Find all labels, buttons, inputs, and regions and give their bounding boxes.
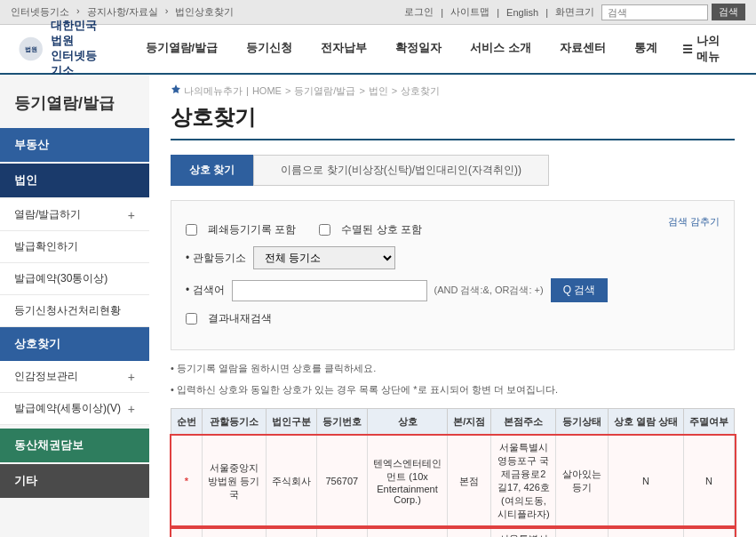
topbar-link1[interactable]: 인터넷등기소 [11,5,69,19]
main-content: 나의메뉴추가 | HOME > 등기열람/발급 > 법인 > 상호찾기 상호찾기… [149,75,756,537]
sidebar-btn-legal[interactable]: 법인 [0,164,149,197]
collapse-button[interactable]: 검색 감추기 [668,215,720,228]
col-관할등기소: 관할등기소 [203,409,267,436]
sidebar-item-인감정보관리[interactable]: 인감정보관리 + [0,361,149,393]
page-title: 상호찾기 [171,103,735,140]
sidebar-btn-real-estate[interactable]: 부동산 [0,128,149,162]
top-bar-right: 로그인 | 사이트맵 | English | 화면크기 검색 [404,4,745,20]
plus-icon-2: + [128,402,135,416]
form-row-recheckbox: 결과내재검색 [186,311,720,326]
sidebar-section-real-estate: 부동산 [0,128,149,162]
form-row-office: • 관할등기소 전체 등기소 [186,246,720,269]
cell-4[interactable]: 텐엑스엔터테인먼트 (10x Entertainment Corp.) [367,436,447,527]
tab-상호찾기[interactable]: 상호 찾기 [171,155,253,186]
my-menu[interactable]: ☰ 나의메뉴 [672,33,738,65]
topbar-link2[interactable]: 공지사항/자료실 [87,5,158,19]
nav-item-2[interactable]: 전자납부 [306,24,381,74]
breadcrumb-home[interactable]: HOME [252,85,282,96]
cell-7: 살아있는 등기 [556,436,608,527]
cell-3: 756707 [316,436,367,527]
checkbox-수멸-label: 수멸된 상호 포함 [341,222,422,237]
cell-4[interactable]: 텐엑스엔터테인먼트 (10x Entertainme nt Corp.) [367,527,447,537]
search-tabs: 상호 찾기 이름으로 찾기(비상장(신탁)/법인대리인(자격취인)) [171,155,735,186]
cell-8: N [608,436,683,527]
info-line-1: 입력하신 상호와 동일한 상호가 있는 경우 목록 상단에 *로 표시되어 항변… [171,382,735,398]
table-row[interactable]: 1서울중앙지방법원 등기국주식회사756707텐엑스엔터테인먼트 (10x En… [171,527,735,537]
top-bar: 인터넷등기소 › 공지사항/자료실 › 법인상호찾기 로그인 | 사이트맵 | … [0,0,756,25]
table-row[interactable]: *서울중앙지방법원 등기국주식회사756707텐엑스엔터테인먼트 (10x En… [171,436,735,527]
cell-1: 서울중앙지방법원 등기국 [203,527,267,537]
cell-9: N [683,436,734,527]
cell-0: * [171,436,203,527]
nav-item-5[interactable]: 자료센터 [545,24,620,74]
sitemap-link[interactable]: 사이트맵 [450,5,489,19]
main-layout: 등기열람/발급 부동산 법인 열람/발급하기 + 발급확인하기 발급예약(30통… [0,75,756,537]
breadcrumb-link2[interactable]: 법인 [369,84,388,98]
info-line-0: 등기기록 열람을 원하시면 상호를 클릭하세요. [171,361,735,377]
col-상호: 상호 [367,409,447,436]
sidebar-item-열람발급[interactable]: 열람/발급하기 + [0,199,149,231]
breadcrumb-link1[interactable]: 등기열람/발급 [294,84,355,98]
english-link[interactable]: English [506,7,538,18]
sidebar-item-발급예약v[interactable]: 발급예약(세통이상)(V) + [0,393,149,425]
cell-1: 서울중앙지방법원 등기국 [203,436,267,527]
checkbox-수멸[interactable] [319,224,330,236]
top-search: 검색 [601,4,745,20]
sidebar-section-legal: 법인 [0,164,149,197]
col-법인구분: 법인구분 [266,409,316,436]
search-input[interactable] [601,4,708,20]
logo[interactable]: 법원 대한민국 법원 인터넷등기소 [18,19,105,79]
table-header-row: 순번 관할등기소 법인구분 등기번호 상호 본/지점 본점주소 등기상태 상호 … [171,409,735,436]
plus-icon-1: + [128,370,135,384]
login-link[interactable]: 로그인 [404,5,434,19]
svg-marker-2 [171,84,180,93]
nav-item-1[interactable]: 등기신청 [232,24,306,74]
logo-text: 대한민국 법원 인터넷등기소 [51,19,104,79]
cell-3: 756707 [316,527,367,537]
topbar-link3[interactable]: 법인상호찾기 [175,5,234,19]
cell-0: 1 [171,527,203,537]
nav-item-4[interactable]: 서비스 소개 [456,24,545,74]
tab-이름찾기[interactable]: 이름으로 찾기(비상장(신탁)/법인대리인(자격취인)) [253,155,549,186]
search-label: • 검색어 [186,283,225,298]
checkbox-결과내재검색-label: 결과내재검색 [208,311,272,326]
sidebar-btn-기타[interactable]: 기타 [0,464,149,498]
col-주멸여부: 주멸여부 [683,409,734,436]
checkbox-결과내재검색[interactable] [186,313,197,325]
my-menu-label: 나의메뉴 [696,33,728,65]
search-button[interactable]: 검색 [712,4,745,20]
top-bar-links: 인터넷등기소 › 공지사항/자료실 › 법인상호찾기 [11,5,234,19]
checkbox-폐쇄-label: 폐쇄등기기록 포함 [208,222,296,237]
search-text-input[interactable]: 텐엑스엔터테인먼트 [232,280,427,301]
col-본점주소: 본점주소 [491,409,556,436]
breadcrumb-current: 상호찾기 [401,84,440,98]
cell-2: 주식회사 [266,436,316,527]
my-menu-add[interactable]: 나의메뉴추가 [171,84,243,98]
office-label: • 관할등기소 [186,251,246,266]
form-row-search: • 검색어 텐엑스엔터테인먼트 (AND 검색:&, OR검색: +) Q 검색 [186,278,720,302]
cell-6: 서울특별시 영등포구 국제금융로2길17, 426호(여의도동, 시티플라자) [491,527,556,537]
cell-8: N [608,527,683,537]
help-link[interactable]: 화면크기 [555,5,594,19]
col-등기상태: 등기상태 [556,409,608,436]
checkbox-폐쇄[interactable] [186,224,197,236]
sidebar-item-발급확인[interactable]: 발급확인하기 [0,231,149,263]
sidebar-item-등기신청[interactable]: 등기신청사건처리현황 [0,295,149,327]
office-select[interactable]: 전체 등기소 [253,246,395,269]
cell-9: N [683,527,734,537]
nav-item-0[interactable]: 등기열람/발급 [131,24,233,74]
nav-item-3[interactable]: 확정일자 [381,24,456,74]
header: 법원 대한민국 법원 인터넷등기소 등기열람/발급 등기신청 전자납부 확정일자… [0,25,756,75]
search-hint: (AND 검색:&, OR검색: +) [434,284,544,297]
sidebar-item-상호찾기[interactable]: 상호찾기 [0,327,149,361]
col-순번: 순번 [171,409,203,436]
sidebar: 등기열람/발급 부동산 법인 열람/발급하기 + 발급확인하기 발급예약(30통… [0,75,149,537]
sidebar-item-발급예약[interactable]: 발급예약(30통이상) [0,263,149,295]
col-본지점: 본/지점 [448,409,491,436]
col-등기번호: 등기번호 [316,409,367,436]
nav-item-6[interactable]: 통계 [620,24,672,74]
search-submit-btn[interactable]: Q 검색 [551,278,609,302]
star-icon [171,84,181,94]
sidebar-btn-동산채권담보[interactable]: 동산채권담보 [0,429,149,462]
cell-2: 주식회사 [266,527,316,537]
